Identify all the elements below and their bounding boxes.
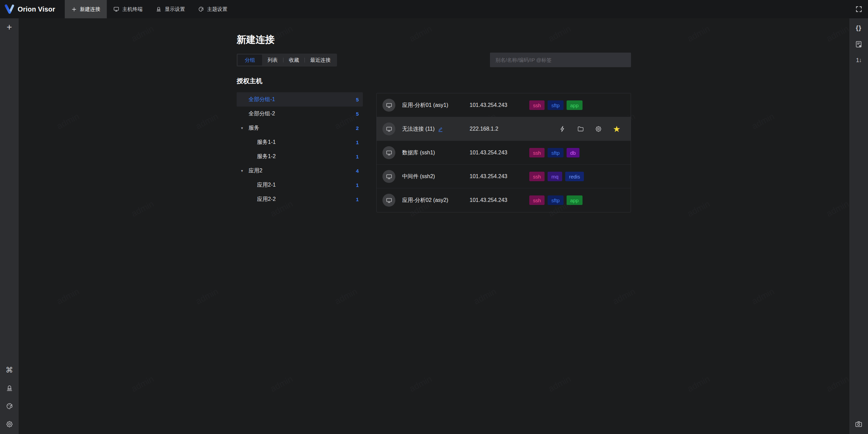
plus-icon [71,6,77,12]
host-count-badge: 4 [356,168,359,174]
host-count-badge: 5 [356,97,359,102]
caret-down-icon[interactable]: ▾ [241,126,243,130]
view-mode-tabs: 分组 列表 收藏 最近连接 [237,54,337,67]
host-count-badge: 2 [356,125,359,131]
document-bookmark-icon[interactable] [855,40,863,48]
stamp-icon [156,6,162,12]
host-row[interactable]: 中间件 (ssh2) 101.43.254.243 ssh mq redis [377,165,631,188]
host-row[interactable]: 数据库 (ssh1) 101.43.254.243 ssh sftp db [377,141,631,165]
command-icon[interactable]: ⌘ [6,366,13,374]
view-tab-recent[interactable]: 最近连接 [305,55,336,65]
tree-item-group[interactable]: ▾ 服务 2 [237,121,363,135]
host-tags: ssh mq redis [529,165,584,188]
top-tab-theme-settings[interactable]: 主题设置 [192,0,234,18]
left-sidebar: + ⌘ [0,18,19,434]
host-row[interactable]: 应用-分析02 (asy2) 101.43.254.243 ssh sftp a… [377,188,631,212]
view-tab-group[interactable]: 分组 [238,55,262,65]
host-tag: sftp [548,100,563,110]
host-list: 应用-分析01 (asy1) 101.43.254.243 ssh sftp a… [376,93,631,212]
host-ip: 101.43.254.243 [470,165,507,188]
palette-icon [198,6,204,12]
new-panel-plus-icon[interactable]: + [7,23,12,32]
stamp-icon[interactable] [6,384,13,392]
monitor-icon [386,102,392,109]
json-braces-icon[interactable]: {} [856,24,862,32]
host-ip: 101.43.254.243 [470,93,507,117]
tree-item-group[interactable]: 全部分组-2 5 [237,107,363,121]
host-tag: sftp [548,148,563,157]
host-tag: redis [565,172,584,181]
tree-item-group[interactable]: 全部分组-1 5 [237,92,363,107]
host-ip: 101.43.254.243 [470,141,507,165]
gear-icon[interactable] [595,126,602,132]
host-tags: ssh sftp app [529,93,583,117]
host-avatar [382,99,395,112]
host-count-badge: 1 [356,139,359,145]
app-brand: Orion Visor [0,0,60,18]
host-tag: app [567,195,583,205]
numeric-sort-icon[interactable]: 1↓ [856,57,862,64]
host-avatar [382,146,395,159]
host-ip: 222.168.1.2 [470,117,498,141]
host-name: 应用-分析01 (asy1) [402,102,448,109]
host-tag: sftp [548,195,563,205]
authorized-hosts-heading: 授权主机 [237,77,262,86]
host-tags: ssh sftp app [529,188,583,212]
top-tab-display-settings[interactable]: 显示设置 [149,0,192,18]
watermark-layer: adminadminadminadminadminadminadminadmin… [19,18,849,434]
host-count-badge: 1 [356,196,359,202]
top-tab-new-connection[interactable]: 新建连接 [65,0,107,18]
host-count-badge: 1 [356,154,359,159]
host-tag: app [567,100,583,110]
group-tree: 全部分组-1 5 全部分组-2 5 ▾ 服务 2 服务1-1 1 服务1-2 1… [237,92,363,206]
palette-icon[interactable] [6,402,13,410]
favorite-star-icon[interactable]: ★ [613,125,620,133]
page-title: 新建连接 [237,33,275,46]
tree-item-group[interactable]: 服务1-1 1 [237,135,363,149]
host-row[interactable]: 无法连接 (11) 222.168.1.2 ★ [377,117,631,141]
top-tab-label: 主机终端 [122,6,143,13]
top-bar: Orion Visor 新建连接 主机终端 显示设置 [0,0,868,18]
top-tab-host-terminal[interactable]: 主机终端 [107,0,149,18]
tree-item-group[interactable]: 应用2-1 1 [237,178,363,192]
gear-icon[interactable] [6,420,13,428]
monitor-icon [386,173,392,180]
host-tag: db [567,148,580,157]
tree-item-group[interactable]: 服务1-2 1 [237,149,363,164]
top-tab-label: 显示设置 [165,6,185,13]
host-tag: ssh [529,148,545,157]
fullscreen-icon[interactable] [855,5,863,13]
folder-icon[interactable] [577,126,584,132]
tree-item-group[interactable]: 应用2-2 1 [237,192,363,206]
host-tag: ssh [529,195,545,205]
search-input[interactable] [490,53,631,67]
orion-visor-logo-icon [4,4,15,14]
host-name: 无法连接 (11) [402,126,435,133]
right-sidebar: {} 1↓ [849,18,868,434]
top-nav: 新建连接 主机终端 显示设置 主题设置 [65,0,234,18]
edit-pencil-icon[interactable] [438,126,443,132]
host-ip: 101.43.254.243 [470,188,507,212]
host-count-badge: 1 [356,182,359,188]
host-search-box [490,53,631,67]
host-name: 应用-分析02 (asy2) [402,197,448,204]
monitor-icon [386,150,392,156]
app-title: Orion Visor [18,5,55,13]
top-tab-label: 新建连接 [80,6,100,13]
view-tab-favorites[interactable]: 收藏 [283,55,304,65]
tree-item-group[interactable]: ▾ 应用2 4 [237,164,363,178]
camera-icon[interactable] [855,420,863,428]
top-tab-label: 主题设置 [207,6,228,13]
monitor-icon [113,6,119,12]
host-avatar [382,122,395,135]
host-row-actions: ★ [559,117,620,141]
host-row[interactable]: 应用-分析01 (asy1) 101.43.254.243 ssh sftp a… [377,93,631,117]
monitor-icon [386,197,392,204]
view-tab-list[interactable]: 列表 [262,55,283,65]
caret-down-icon[interactable]: ▾ [241,169,243,173]
host-tag: mq [548,172,562,181]
host-avatar [382,194,395,207]
host-avatar [382,170,395,183]
connect-lightning-icon[interactable] [559,126,566,132]
host-name: 数据库 (ssh1) [402,149,435,156]
